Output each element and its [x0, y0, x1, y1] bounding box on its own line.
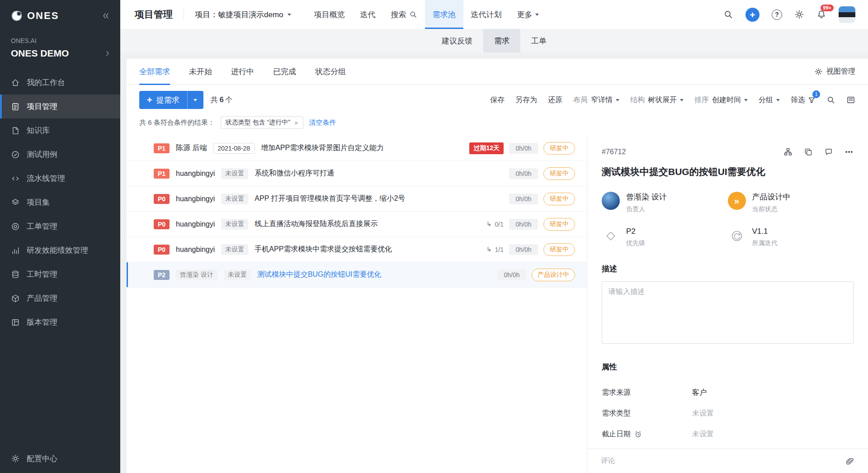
structure-dropdown[interactable]: 结构 树状展开 — [630, 95, 684, 105]
quick-add-button[interactable]: + — [745, 8, 760, 22]
clear-conditions-link[interactable]: 清空条件 — [309, 118, 336, 127]
owner-value: 曾渐染 设计 — [626, 192, 667, 202]
subnav-item-feedback[interactable]: 建议反馈 — [431, 29, 483, 52]
collapse-sidebar-icon[interactable] — [101, 11, 110, 20]
property-row: 需求来源 客户 — [602, 382, 854, 403]
chevron-down-icon — [535, 14, 539, 16]
status-label: 当前状态 — [752, 205, 791, 213]
requirement-row-selected[interactable]: P2 曾渐染 设计 未设置 测试模块中提交BUG的按钮UI需要优化 0h/0h … — [127, 262, 587, 288]
tab-not-started[interactable]: 未开始 — [189, 59, 212, 85]
status-badge[interactable]: 研发中 — [543, 167, 575, 180]
status-badge[interactable]: 研发中 — [543, 243, 575, 256]
view-manage-button[interactable]: 视图管理 — [814, 67, 855, 76]
sidebar-item-testcase[interactable]: 测试用例 — [0, 142, 120, 166]
nav-item-sprint[interactable]: 迭代 — [353, 0, 383, 29]
copy-icon[interactable] — [804, 147, 813, 156]
more-icon[interactable] — [844, 147, 854, 156]
nav-item-more[interactable]: 更多 — [509, 0, 547, 29]
field-status[interactable]: » 产品设计中 当前状态 — [728, 192, 854, 213]
sidebar-item-label: 知识库 — [27, 125, 50, 136]
save-as-button[interactable]: 另存为 — [515, 95, 537, 105]
property-value[interactable]: 未设置 — [692, 430, 854, 439]
requirement-row[interactable]: P0 huangbingyi 未设置 线上直播活动海报登陆系统后直接展示 0/1… — [127, 212, 587, 237]
workspace-switcher[interactable]: ONES DEMO — [0, 44, 120, 59]
detail-fields: 曾渐染 设计 负责人 » 产品设计中 当前状态 — [602, 192, 854, 247]
workspace-name: ONES DEMO — [11, 48, 69, 59]
nav-item-requirement-pool[interactable]: 需求池 — [425, 0, 463, 29]
property-label: 需求来源 — [602, 388, 692, 397]
subnav-item-requirement[interactable]: 需求 — [483, 29, 520, 52]
field-sprint[interactable]: V1.1 所属迭代 — [728, 227, 854, 247]
sidebar-item-product[interactable]: 产品管理 — [0, 286, 120, 310]
sidebar-item-performance[interactable]: 研发效能绩效管理 — [0, 238, 120, 262]
status-badge[interactable]: 研发中 — [543, 142, 575, 155]
priority-badge: P1 — [154, 169, 170, 179]
property-value[interactable]: 客户 — [692, 388, 854, 397]
status-badge[interactable]: 研发中 — [543, 193, 575, 205]
requirement-row[interactable]: P1 huangbingyi 未设置 系统和微信小程序可打通 0h/0h 研发中 — [127, 161, 587, 186]
requirement-title[interactable]: 测试模块中提交BUG的按钮UI需要优化 — [257, 270, 382, 279]
list-search-icon[interactable] — [826, 95, 835, 104]
tab-all-requirements[interactable]: 全部需求 — [139, 59, 170, 85]
ones-logo-icon — [11, 10, 23, 22]
comment-bar[interactable]: 评论 — [587, 449, 868, 473]
sidebar-item-version[interactable]: 版本管理 — [0, 310, 120, 334]
user-avatar[interactable] — [839, 6, 855, 23]
requirement-title[interactable]: 线上直播活动海报登陆系统后直接展示 — [255, 219, 377, 229]
group-dropdown[interactable]: 分组 — [759, 95, 780, 105]
notifications-bell[interactable]: 99+ — [816, 9, 826, 19]
paperclip-icon[interactable] — [845, 457, 854, 466]
priority-badge: P2 — [154, 270, 170, 280]
requirement-title[interactable]: APP 打开项目管理模块首页字号调整，缩小2号 — [255, 194, 405, 203]
requirement-title[interactable]: 系统和微信小程序可打通 — [255, 169, 334, 178]
subtask-progress: 0/1 — [486, 221, 504, 228]
status-badge[interactable]: 产品设计中 — [532, 269, 575, 281]
sidebar: ONES ONES.AI ONES DEMO 我的工作台 项目管理 知识库 — [0, 0, 120, 473]
requirement-row[interactable]: P0 huangbingyi 未设置 手机APP需求模块中需求提交按钮需要优化 … — [127, 237, 587, 262]
sidebar-item-config-center[interactable]: 配置中心 — [0, 444, 120, 473]
requirement-title[interactable]: 手机APP需求模块中需求提交按钮需要优化 — [255, 245, 392, 254]
detail-view-toggle-icon[interactable] — [846, 95, 855, 104]
sort-dropdown[interactable]: 排序 创建时间 — [694, 95, 748, 105]
property-value[interactable]: 未设置 — [692, 409, 854, 418]
sidebar-item-program[interactable]: 项目集 — [0, 190, 120, 214]
nav-item-search[interactable]: 搜索 — [383, 0, 425, 29]
sidebar-item-pipeline[interactable]: 流水线管理 — [0, 166, 120, 190]
sidebar-item-wiki[interactable]: 知识库 — [0, 118, 120, 142]
description-input[interactable] — [602, 281, 854, 344]
requirement-row[interactable]: P1 陈源 后端 2021-08-28 增加APP需求模块背景图片自定义能力 过… — [127, 136, 587, 161]
layout-dropdown[interactable]: 布局 窄详情 — [573, 95, 619, 105]
sub-nav: 建议反馈 需求 工单 — [120, 29, 868, 52]
sidebar-item-project-management[interactable]: 项目管理 — [0, 95, 120, 118]
nav-item-overview[interactable]: 项目概览 — [307, 0, 353, 29]
help-icon[interactable]: ? — [772, 9, 782, 20]
requirement-title[interactable]: 增加APP需求模块背景图片自定义能力 — [261, 143, 384, 153]
requirement-row[interactable]: P0 huangbingyi 未设置 APP 打开项目管理模块首页字号调整，缩小… — [127, 186, 587, 212]
filter-condition-tag[interactable]: 状态类型 包含 “进行中” × — [221, 116, 303, 129]
add-requirement-dropdown[interactable] — [187, 91, 203, 109]
save-button[interactable]: 保存 — [490, 95, 505, 105]
tab-completed[interactable]: 已完成 — [273, 59, 296, 85]
project-selector[interactable]: 项目：敏捷项目演示demo — [195, 9, 291, 20]
hierarchy-icon[interactable] — [783, 147, 793, 156]
sidebar-item-worktime[interactable]: 工时管理 — [0, 262, 120, 286]
sidebar-item-ticket[interactable]: 工单管理 — [0, 214, 120, 238]
field-priority[interactable]: P2 优先级 — [602, 227, 728, 247]
add-requirement-split-button: + 提需求 — [139, 91, 203, 109]
add-requirement-button[interactable]: + 提需求 — [139, 91, 187, 109]
sidebar-item-my-workspace[interactable]: 我的工作台 — [0, 71, 120, 95]
status-badge[interactable]: 研发中 — [543, 218, 575, 231]
global-search-icon[interactable] — [723, 9, 733, 19]
filter-button[interactable]: 筛选 1 — [791, 95, 816, 105]
tab-status-group[interactable]: 状态分组 — [315, 59, 346, 85]
field-owner[interactable]: 曾渐染 设计 负责人 — [602, 192, 728, 213]
layers-icon — [11, 198, 20, 207]
settings-gear-icon[interactable] — [794, 9, 804, 19]
row-meta: 1/1 0h/0h 研发中 — [486, 243, 575, 256]
nav-item-sprint-plan[interactable]: 迭代计划 — [463, 0, 509, 29]
remove-condition-icon[interactable]: × — [294, 119, 298, 126]
comment-bubble-icon[interactable] — [824, 147, 833, 156]
tab-in-progress[interactable]: 进行中 — [231, 59, 254, 85]
subnav-item-ticket[interactable]: 工单 — [520, 29, 557, 52]
revert-button[interactable]: 还原 — [548, 95, 562, 105]
